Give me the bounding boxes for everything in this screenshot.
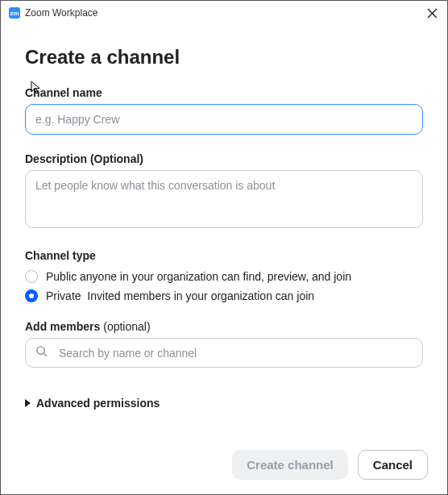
advanced-permissions-label: Advanced permissions [36,397,160,410]
titlebar-title: Zoom Workplace [25,7,97,19]
channel-type-private-option[interactable]: Private Invited members in your organiza… [25,286,423,306]
channel-type-public-text: Public anyone in your organization can f… [46,270,351,283]
page-title: Create a channel [25,46,423,69]
search-icon [35,345,48,360]
channel-type-section: Channel type Public anyone in your organ… [25,249,423,306]
svg-marker-4 [25,399,31,407]
channel-type-public-option[interactable]: Public anyone in your organization can f… [25,267,423,286]
add-members-label: Add members (optional) [25,320,423,333]
channel-type-private-text: Private Invited members in your organiza… [46,289,314,302]
description-input[interactable] [25,170,423,228]
svg-line-3 [44,353,47,356]
svg-point-2 [37,347,44,354]
cancel-button[interactable]: Cancel [358,450,428,480]
chevron-right-icon [25,399,31,407]
add-members-input[interactable] [57,346,413,360]
channel-type-label: Channel type [25,249,423,262]
channel-name-label: Channel name [25,86,423,99]
radio-selected-icon [25,289,38,302]
add-members-search[interactable] [25,338,423,368]
create-channel-button[interactable]: Create channel [232,450,348,480]
radio-unselected-icon [25,270,38,283]
channel-name-input[interactable] [25,104,423,135]
description-label: Description (Optional) [25,152,423,165]
advanced-permissions-toggle[interactable]: Advanced permissions [25,397,423,410]
dialog-content: Create a channel Channel name Descriptio… [1,23,447,410]
close-icon[interactable] [425,6,439,20]
add-members-section: Add members (optional) [25,320,423,368]
app-icon: zm [9,7,20,19]
description-section: Description (Optional) [25,152,423,231]
channel-name-section: Channel name [25,86,423,135]
titlebar: zm Zoom Workplace [1,1,447,23]
dialog-footer: Create channel Cancel [232,450,428,480]
